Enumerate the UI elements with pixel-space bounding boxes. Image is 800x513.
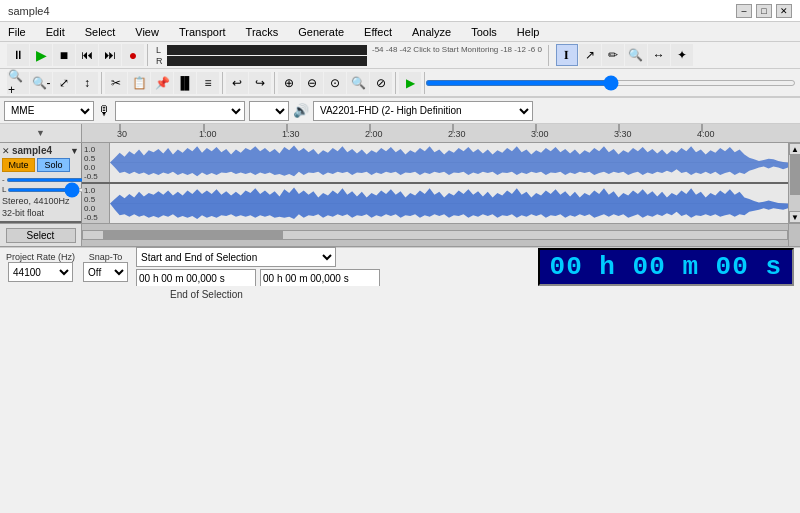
- scroll-track[interactable]: [789, 155, 800, 211]
- waveform-svg2: [110, 184, 788, 223]
- menu-select[interactable]: Select: [81, 26, 120, 38]
- undo-button[interactable]: ↩: [226, 72, 248, 94]
- waveform-svg1: // This won't run in SVG context, using …: [110, 143, 788, 182]
- transport-section: ⏸ ▶ ■ ⏮ ⏭ ●: [4, 44, 148, 66]
- draw-tool-button[interactable]: ✏: [602, 44, 624, 66]
- track-select-row: Select: [0, 223, 800, 247]
- close-button[interactable]: ✕: [776, 4, 792, 18]
- scrollbar-corner: [788, 224, 800, 246]
- timeline-scrollbar-corner: [788, 124, 800, 142]
- project-rate-label: Project Rate (Hz): [6, 252, 75, 262]
- fit-in-window-button[interactable]: ⤢: [53, 72, 75, 94]
- play-at-speed-button[interactable]: ⊘: [370, 72, 392, 94]
- zoom-sel-button[interactable]: ⊕: [278, 72, 300, 94]
- end-selection-label: End of Selection: [170, 289, 243, 300]
- selection-inputs: [136, 269, 380, 287]
- menu-effect[interactable]: Effect: [360, 26, 396, 38]
- timeline-arrow-icon: ▼: [36, 128, 45, 138]
- zoom-out-button[interactable]: 🔍-: [30, 72, 52, 94]
- playback-speed-slider[interactable]: [425, 80, 796, 86]
- zoom-normal-button[interactable]: ↕: [76, 72, 98, 94]
- svg-text:1:00: 1:00: [199, 129, 217, 139]
- svg-text:4:00: 4:00: [697, 129, 715, 139]
- menu-file[interactable]: File: [4, 26, 30, 38]
- cut-button[interactable]: ✂: [105, 72, 127, 94]
- menu-edit[interactable]: Edit: [42, 26, 69, 38]
- y-axis-scale2: 1.0 0.5 0.0 -0.5 -1.0: [82, 184, 110, 223]
- record-button[interactable]: ●: [122, 44, 144, 66]
- mute-button[interactable]: Mute: [2, 158, 35, 172]
- bottom-bar: Project Rate (Hz) 44100 Snap-To Off Star…: [0, 247, 800, 302]
- time-shift-button[interactable]: ↔: [648, 44, 670, 66]
- zoom-in-button[interactable]: 🔍+: [7, 72, 29, 94]
- scroll-up-button[interactable]: ▲: [789, 143, 800, 155]
- window-controls: – □ ✕: [736, 4, 792, 18]
- timeline-ruler: 30 1:00 1:30 2:00 2:30 3:00 3:30 4:00: [82, 124, 788, 142]
- track-menu-icon[interactable]: ▼: [70, 146, 79, 156]
- snap-to-select[interactable]: Off: [83, 262, 128, 282]
- redo-button[interactable]: ↪: [249, 72, 271, 94]
- zoom-track-button[interactable]: 🔍: [347, 72, 369, 94]
- skip-end-button[interactable]: ⏭: [99, 44, 121, 66]
- waveform-channel2[interactable]: 1.0 0.5 0.0 -0.5 -1.0: [82, 184, 788, 223]
- scroll-thumb[interactable]: [790, 155, 800, 195]
- svg-text:2:00: 2:00: [365, 129, 383, 139]
- selection-type-select[interactable]: Start and End of Selection: [136, 247, 336, 267]
- select-btn-area: Select: [0, 224, 82, 246]
- select-button[interactable]: Select: [6, 228, 76, 243]
- solo-button[interactable]: Solo: [37, 158, 70, 172]
- channel-select[interactable]: [249, 101, 289, 121]
- track-info: Stereo, 44100Hz32-bit float: [2, 196, 79, 219]
- track-close-icon[interactable]: ✕: [2, 146, 10, 156]
- zoom-in-tool[interactable]: 🔍: [625, 44, 647, 66]
- device-row: MME 🎙 🔊 VA2201-FHD (2- High Definition: [0, 98, 800, 124]
- svg-text:1:30: 1:30: [282, 129, 300, 139]
- menu-help[interactable]: Help: [513, 26, 544, 38]
- play-speed-button[interactable]: ▶: [399, 72, 421, 94]
- menu-transport[interactable]: Transport: [175, 26, 230, 38]
- scroll-down-button[interactable]: ▼: [789, 211, 800, 223]
- copy-button[interactable]: 📋: [128, 72, 150, 94]
- menu-bar: File Edit Select View Transport Tracks G…: [0, 22, 800, 42]
- h-scroll-thumb[interactable]: [103, 231, 283, 239]
- waveform-channel1[interactable]: 1.0 0.5 0.0 -0.5 -1.0 // This won't run …: [82, 143, 788, 184]
- menu-tools[interactable]: Tools: [467, 26, 501, 38]
- menu-tracks[interactable]: Tracks: [242, 26, 283, 38]
- window-title: sample4: [8, 5, 50, 17]
- paste-button[interactable]: 📌: [151, 72, 173, 94]
- zoom-fit-button[interactable]: ⊖: [301, 72, 323, 94]
- pause-button[interactable]: ⏸: [7, 44, 29, 66]
- toolbar-area: ⏸ ▶ ■ ⏮ ⏭ ● L -54 -48 -42 Click to Start…: [0, 42, 800, 98]
- output-device-select[interactable]: VA2201-FHD (2- High Definition: [313, 101, 533, 121]
- envelope-tool-button[interactable]: ↗: [579, 44, 601, 66]
- svg-text:2:30: 2:30: [448, 129, 466, 139]
- multi-tool-button[interactable]: ✦: [671, 44, 693, 66]
- gain-min-label: -: [2, 175, 5, 184]
- audio-host-select[interactable]: MME: [4, 101, 94, 121]
- select-tool-button[interactable]: 𝐈: [556, 44, 578, 66]
- vu-left-meter: [167, 45, 367, 55]
- project-rate-select[interactable]: 44100: [8, 262, 73, 282]
- vertical-scrollbar[interactable]: ▲ ▼: [788, 143, 800, 223]
- selection-end-input[interactable]: [260, 269, 380, 287]
- selection-start-input[interactable]: [136, 269, 256, 287]
- input-device-select[interactable]: [115, 101, 245, 121]
- skip-start-button[interactable]: ⏮: [76, 44, 98, 66]
- h-scroll-track[interactable]: [82, 230, 788, 240]
- menu-analyze[interactable]: Analyze: [408, 26, 455, 38]
- svg-text:3:00: 3:00: [531, 129, 549, 139]
- play-button[interactable]: ▶: [30, 44, 52, 66]
- silence-button[interactable]: ≡: [197, 72, 219, 94]
- minimize-button[interactable]: –: [736, 4, 752, 18]
- waveform-area: 1.0 0.5 0.0 -0.5 -1.0 // This won't run …: [82, 143, 788, 223]
- menu-generate[interactable]: Generate: [294, 26, 348, 38]
- stop-button[interactable]: ■: [53, 44, 75, 66]
- trim-button[interactable]: ▐▌: [174, 72, 196, 94]
- zoom-waveform-button[interactable]: ⊙: [324, 72, 346, 94]
- menu-view[interactable]: View: [131, 26, 163, 38]
- track-name-label: sample4: [12, 145, 52, 156]
- project-rate-group: Project Rate (Hz) 44100: [6, 252, 75, 282]
- snap-to-label: Snap-To: [89, 252, 123, 262]
- track-controls-panel: ✕ sample4 ▼ Mute Solo - + L R Stereo, 44…: [0, 143, 82, 223]
- maximize-button[interactable]: □: [756, 4, 772, 18]
